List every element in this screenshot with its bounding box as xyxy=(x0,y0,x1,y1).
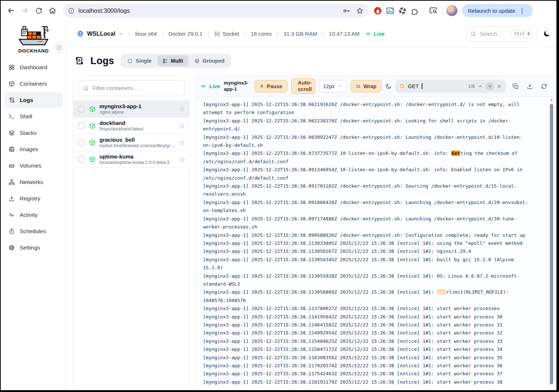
log-theme-toggle-moon-icon[interactable] xyxy=(385,83,392,90)
sidebar-item-containers[interactable]: Containers xyxy=(4,76,63,91)
sidebar-item-label: Schedules xyxy=(20,228,46,235)
favorite-star-icon[interactable] xyxy=(179,140,185,146)
back-button[interactable] xyxy=(4,4,17,17)
log-line-prefix: [mynginx3-app-1] xyxy=(203,330,249,336)
theme-toggle-button[interactable] xyxy=(543,30,551,38)
header-separator: | xyxy=(208,31,209,37)
container-radio[interactable] xyxy=(78,105,85,113)
log-output[interactable]: [mynginx3-app-1] 2025-12-22T15:26:38.062… xyxy=(196,97,549,390)
socket-info: Socket xyxy=(214,31,239,37)
browser-menu-icon[interactable]: ⋮ xyxy=(519,8,525,14)
container-row[interactable]: gracious_bell harbor.freshbrewed.science… xyxy=(73,134,189,151)
favorite-star-icon[interactable] xyxy=(179,106,185,113)
environment-selector[interactable]: WSLLocal xyxy=(77,30,124,37)
moon-icon xyxy=(385,83,392,90)
password-key-icon[interactable] xyxy=(343,7,350,15)
log-line: [mynginx3-app-1] 2025-12-22T15:26:38.117… xyxy=(203,362,531,370)
home-button[interactable] xyxy=(46,4,59,17)
log-line-prefix: [mynginx3-app-1] xyxy=(203,102,249,107)
sidebar-item-shell[interactable]: Shell xyxy=(4,109,63,124)
container-row[interactable]: dockhand fnsys/dockhand:latest xyxy=(73,118,189,134)
tab-single[interactable]: Single xyxy=(122,55,157,66)
search-match-current: Get xyxy=(451,150,460,156)
sidebar-item-settings[interactable]: Settings xyxy=(4,240,63,255)
sidebar-item-dashboard[interactable]: Dashboard xyxy=(4,59,63,75)
sidebar-item-schedules[interactable]: Schedules xyxy=(4,223,63,239)
log-line: [mynginx3-app-1] 2025-12-22T15:26:38.062… xyxy=(203,101,531,117)
reload-button[interactable] xyxy=(32,4,45,17)
scrollbar-up-arrow[interactable] xyxy=(549,97,554,103)
font-size-select[interactable]: 12px xyxy=(319,80,347,93)
header-separator: | xyxy=(129,31,130,37)
copy-logs-button[interactable] xyxy=(512,83,519,90)
log-line-prefix: [mynginx3-app-1] xyxy=(203,363,249,368)
grouped-view-icon xyxy=(194,58,200,64)
bookmark-star-icon[interactable] xyxy=(356,7,364,15)
favorite-star-icon[interactable] xyxy=(179,156,185,163)
download-logs-button[interactable] xyxy=(527,83,533,90)
log-line: [mynginx3-app-1] 2025-12-22T15:26:38.115… xyxy=(203,345,531,353)
chevron-down-icon xyxy=(338,84,343,89)
sidebar-item-stacks[interactable]: Stacks xyxy=(4,125,63,141)
log-line: [mynginx3-app-1] 2025-12-22T15:26:38.116… xyxy=(203,354,531,362)
sidebar-item-images[interactable]: Images xyxy=(4,141,63,157)
sidebar-item-label: Stacks xyxy=(20,130,37,136)
page-title: Logs xyxy=(90,55,114,67)
container-radio[interactable] xyxy=(78,156,85,163)
log-toolbar: Live mynginx3-app-1 Pause Auto-scroll 12… xyxy=(196,76,554,97)
globe-icon xyxy=(77,30,84,37)
tab-multi[interactable]: Multi xyxy=(157,55,188,66)
container-image: nginx:alpine xyxy=(99,110,175,115)
address-bar[interactable]: localhost:3000/logs xyxy=(63,4,369,17)
relaunch-update-button[interactable]: Relaunch to update ⋮ xyxy=(462,4,533,17)
sidebar-item-registry[interactable]: Registry xyxy=(4,191,63,206)
wrap-button[interactable]: Wrap xyxy=(351,80,382,93)
sidebar-collapse-button[interactable] xyxy=(54,42,64,52)
refresh-logs-button[interactable] xyxy=(541,83,547,90)
sidebar-item-label: Shell xyxy=(20,113,32,120)
log-search-input[interactable]: GET 1/6 xyxy=(395,80,506,93)
next-match-button[interactable] xyxy=(486,82,494,90)
autoscroll-button[interactable]: Auto-scroll xyxy=(291,78,315,94)
container-radio[interactable] xyxy=(78,122,85,130)
sidebar-item-networks[interactable]: Networks xyxy=(4,174,63,190)
header-separator: | xyxy=(162,31,163,37)
scrollbar-thumb[interactable] xyxy=(550,104,553,384)
log-line: [mynginx3-app-1] 2025-12-22T15:26:38.063… xyxy=(203,133,531,150)
image-extension-icon[interactable] xyxy=(384,5,396,16)
filter-containers-input[interactable]: Filter containers... xyxy=(78,80,184,96)
container-row[interactable]: uptime-kuma louislam/uptime-kuma:2.0.0-b… xyxy=(73,151,189,168)
extensions-puzzle-icon[interactable] xyxy=(409,5,421,16)
sidebar-item-activity[interactable]: Activity xyxy=(4,207,63,223)
favorite-star-icon[interactable] xyxy=(179,123,185,129)
pause-button[interactable]: Pause xyxy=(254,80,288,93)
search-tabs-icon[interactable] xyxy=(427,5,439,16)
wifi-icon xyxy=(365,31,371,37)
log-line: [mynginx3-app-1] 2025-12-22T15:26:38.113… xyxy=(203,256,531,272)
chevron-down-icon xyxy=(118,31,124,36)
global-search-input[interactable]: Search... Ctrl K xyxy=(466,26,537,42)
toolbar-divider xyxy=(424,7,424,15)
log-line-prefix: [mynginx3-app-1] xyxy=(203,240,249,246)
log-scrollbar[interactable] xyxy=(549,97,554,390)
profile-avatar[interactable] xyxy=(446,5,458,16)
filter-placeholder: Filter containers... xyxy=(93,85,137,91)
previous-match-button[interactable] xyxy=(478,84,483,89)
search-placeholder: Search... xyxy=(480,31,501,37)
url-text[interactable]: localhost:3000/logs xyxy=(78,7,130,14)
site-info-icon[interactable] xyxy=(68,7,75,14)
environment-name: WSLLocal xyxy=(87,31,115,37)
header-separator: | xyxy=(245,31,246,37)
clear-search-button[interactable] xyxy=(497,84,502,89)
log-line: [mynginx3-app-1] 2025-12-22T15:26:38.115… xyxy=(203,337,531,345)
pause-icon xyxy=(259,84,264,89)
spinner-extension-icon[interactable] xyxy=(396,5,408,16)
tab-grouped[interactable]: Grouped xyxy=(189,55,230,66)
container-radio[interactable] xyxy=(78,139,85,146)
container-row[interactable]: mynginx3-app-1 nginx:alpine xyxy=(73,101,189,118)
adblock-extension-icon[interactable] xyxy=(372,5,383,16)
sidebar-item-logs[interactable]: Logs xyxy=(4,92,63,108)
sidebar-item-label: Containers xyxy=(20,81,47,87)
sidebar-item-volumes[interactable]: Volumes xyxy=(4,158,63,173)
forward-button[interactable] xyxy=(18,4,31,17)
